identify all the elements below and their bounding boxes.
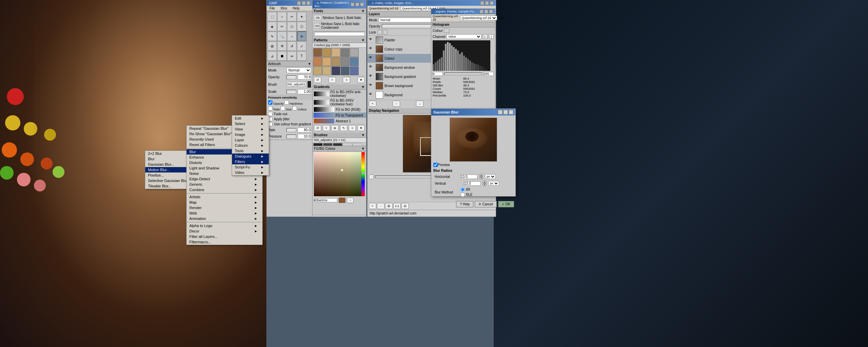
pattern-14[interactable] bbox=[350, 66, 359, 75]
tool-move[interactable]: ✛ bbox=[297, 32, 306, 41]
gaussian-ok-btn[interactable]: ✓ OK bbox=[498, 201, 514, 207]
pattern-3[interactable] bbox=[341, 48, 350, 57]
pattern-11[interactable] bbox=[322, 66, 331, 75]
menu-help[interactable]: Help bbox=[291, 6, 301, 11]
menu-file[interactable]: File bbox=[268, 6, 276, 11]
tool-rect-select[interactable]: ⬚ bbox=[267, 12, 277, 21]
toolbox-maximize-btn[interactable]: □ bbox=[302, 1, 306, 5]
tool-flip[interactable]: ⇔ bbox=[287, 51, 297, 61]
pattern-12[interactable] bbox=[332, 66, 340, 75]
color-selector-dot[interactable] bbox=[341, 169, 343, 171]
sub-filters[interactable]: Filters ▶ bbox=[232, 159, 269, 164]
method-iir-radio[interactable] bbox=[460, 187, 465, 192]
sub-select[interactable]: Select ▶ bbox=[232, 121, 269, 126]
layer-eye-colour[interactable]: 👁 bbox=[369, 56, 374, 61]
pattern-2[interactable] bbox=[332, 48, 340, 57]
tool-fuzzy-select[interactable]: ✦ bbox=[297, 12, 306, 21]
color-selector-area[interactable] bbox=[314, 152, 365, 196]
tool-color-picker[interactable]: ✎ bbox=[267, 32, 277, 41]
tool-paths[interactable]: ⎔ bbox=[297, 22, 306, 31]
img-win-close[interactable]: × bbox=[490, 1, 494, 5]
sub-view[interactable]: View ▶ bbox=[232, 126, 269, 132]
filters-filter-all[interactable]: Filter all Layers... bbox=[187, 234, 262, 239]
img-btn-1to1[interactable]: 1:1 bbox=[393, 203, 401, 209]
filters-web[interactable]: Web ▶ bbox=[187, 210, 262, 216]
vertical-down[interactable]: ▼ bbox=[483, 183, 486, 186]
font-search-input[interactable] bbox=[314, 32, 365, 36]
gaussian-preview-checkbox[interactable] bbox=[433, 163, 438, 167]
gradient-item-1[interactable]: FG to BG (HSV clockwise hue) bbox=[313, 98, 366, 107]
img-win-maximize[interactable]: □ bbox=[485, 1, 489, 5]
gaussian-dialog-controls[interactable]: _ □ × bbox=[498, 110, 513, 115]
layer-btn-raise[interactable]: ↑ bbox=[393, 101, 400, 107]
layer-eye-bg-window[interactable]: 👁 bbox=[369, 65, 374, 70]
tool-align[interactable]: ⊞ bbox=[267, 41, 277, 51]
font-item-1[interactable]: Aa Nimbus Sans L Bold Italic Condensed bbox=[313, 21, 366, 30]
toolbox-close-btn[interactable]: × bbox=[306, 1, 310, 5]
gradient-item-2[interactable]: FG to BG (RGB) bbox=[313, 107, 366, 113]
tool-zoom[interactable]: 🔍 bbox=[277, 32, 287, 41]
pattern-13[interactable] bbox=[341, 66, 350, 75]
gaussian-cancel-btn[interactable]: ✕ Cancel bbox=[475, 201, 496, 207]
tool-scissors[interactable]: ✄ bbox=[277, 22, 287, 31]
tool-text[interactable]: T bbox=[297, 51, 306, 61]
pattern-9[interactable] bbox=[350, 57, 359, 66]
pattern-5[interactable] bbox=[313, 57, 322, 66]
gradient-btn-edit[interactable]: ✎ bbox=[340, 125, 347, 131]
vertical-up[interactable]: ▲ bbox=[483, 181, 486, 183]
pattern-6[interactable] bbox=[322, 57, 331, 66]
sub-dialogues[interactable]: Dialogues ▶ bbox=[232, 154, 269, 159]
nav-zoom-out[interactable]: - bbox=[369, 175, 374, 179]
toolbox-minimize-btn[interactable]: _ bbox=[297, 1, 301, 5]
gradient-item-3[interactable]: FG to Transparent bbox=[313, 113, 366, 118]
tool-perspective[interactable]: ⬟ bbox=[277, 51, 287, 61]
tool-ellipse-select[interactable]: ○ bbox=[277, 12, 287, 21]
filters-combine[interactable]: Combine ▶ bbox=[187, 187, 262, 192]
gaussian-unit-select-2[interactable]: px bbox=[488, 181, 499, 186]
pattern-1[interactable] bbox=[322, 48, 331, 57]
img-win-minimize[interactable]: _ bbox=[480, 1, 484, 5]
airbrush-brush-select[interactable]: 000_adjust01 bbox=[286, 82, 306, 87]
layer-btn-new[interactable]: + bbox=[369, 101, 376, 107]
gaussian-help-btn[interactable]: ? Help bbox=[456, 201, 473, 207]
gradient-btn-new[interactable]: + bbox=[323, 125, 330, 131]
img-btn-zoom-out[interactable]: - bbox=[377, 203, 384, 209]
gradient-btn-refresh[interactable]: ↺ bbox=[314, 125, 321, 131]
gaussian-horizontal-input[interactable] bbox=[460, 175, 477, 179]
sub-edit[interactable]: Edit ▶ bbox=[232, 116, 269, 121]
filters-render[interactable]: Render ▶ bbox=[187, 205, 262, 210]
histogram-colour-swatch-icon[interactable] bbox=[444, 28, 449, 33]
airbrush-scale-slider[interactable] bbox=[286, 90, 296, 94]
tool-options-close[interactable]: × bbox=[360, 2, 364, 6]
histogram-close[interactable]: × bbox=[489, 9, 493, 14]
filters-decor[interactable]: Decor ▶ bbox=[187, 228, 262, 234]
img-btn-fit[interactable]: ⊞ bbox=[385, 203, 393, 209]
lock-icon-0[interactable] bbox=[377, 30, 382, 35]
gaussian-minimize[interactable]: _ bbox=[498, 110, 503, 115]
gaussian-unit-select[interactable]: px bbox=[485, 174, 496, 179]
pattern-btn-refresh[interactable]: ↺ bbox=[314, 77, 321, 83]
tool-rotate[interactable]: ↺ bbox=[287, 41, 297, 51]
font-item-0[interactable]: Aa Nimbus Sans L Bold Italic bbox=[313, 14, 366, 21]
layer-eye-colour-copy[interactable]: 👁 bbox=[369, 46, 374, 52]
filters-alpha-logo[interactable]: Alpha to Logo ▶ bbox=[187, 223, 262, 228]
sub-image[interactable]: Image ▶ bbox=[232, 132, 269, 137]
airbrush-opacity-slider[interactable] bbox=[286, 75, 296, 79]
img-btn-zoom-in[interactable]: + bbox=[369, 203, 376, 209]
hex-apply-btn[interactable]: → bbox=[347, 198, 354, 203]
histogram-range-slider[interactable] bbox=[444, 73, 482, 75]
gradient-item-0[interactable]: FG to BG (HSV anti-clockwise) bbox=[313, 90, 366, 98]
pattern-0[interactable] bbox=[313, 48, 322, 57]
filters-artistic[interactable]: Artistic ▶ bbox=[187, 194, 262, 200]
histogram-log-btn[interactable]: L bbox=[483, 34, 488, 39]
layer-eye-background[interactable]: 👁 bbox=[369, 92, 374, 98]
sub-video[interactable]: Video ▶ bbox=[232, 170, 269, 175]
pattern-10[interactable] bbox=[313, 66, 322, 75]
pattern-4[interactable] bbox=[350, 48, 359, 57]
gaussian-close[interactable]: × bbox=[509, 110, 513, 115]
tool-options-maximize[interactable]: □ bbox=[355, 2, 359, 6]
airbrush-rate-slider[interactable] bbox=[286, 128, 296, 132]
filters-generic[interactable]: Generic ▶ bbox=[187, 182, 262, 187]
airbrush-mode-select[interactable]: Normal bbox=[286, 67, 311, 73]
filters-animation[interactable]: Animation ▶ bbox=[187, 216, 262, 221]
